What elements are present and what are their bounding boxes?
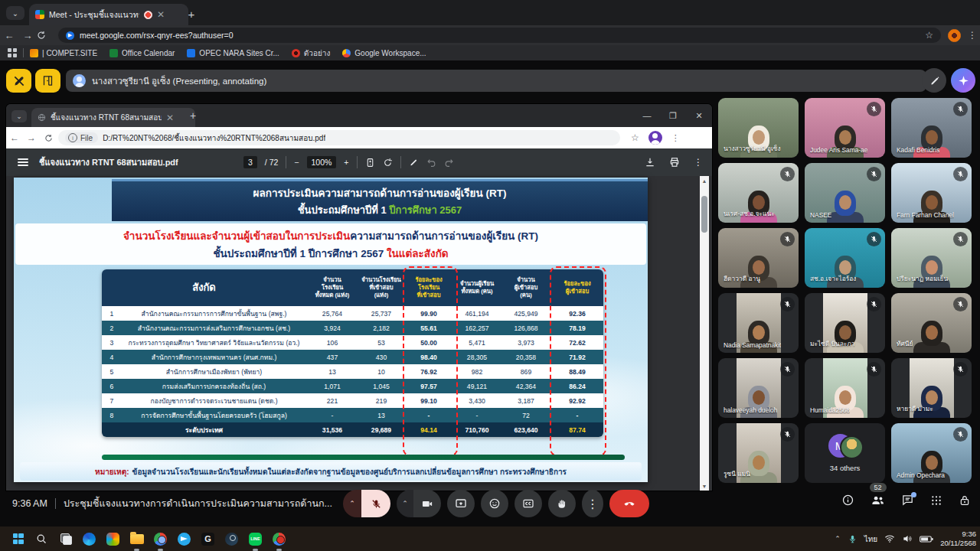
participant-tile[interactable]: NASEE: [805, 163, 885, 223]
extension-icon[interactable]: [948, 29, 961, 42]
rotate-icon[interactable]: [383, 158, 393, 168]
task-view-icon[interactable]: [57, 530, 74, 548]
reactions-button[interactable]: [481, 490, 508, 517]
tab-close-icon[interactable]: ✕: [166, 112, 174, 123]
gemini-button[interactable]: [951, 68, 975, 93]
start-button[interactable]: [9, 530, 27, 548]
zoom-level[interactable]: 100%: [307, 156, 337, 168]
host-controls-button[interactable]: [959, 494, 971, 507]
participant-tile[interactable]: Judee Aris Sama-ae: [805, 98, 885, 158]
forward-icon[interactable]: →: [23, 132, 40, 143]
people-button[interactable]: 52: [871, 493, 885, 507]
participant-tile[interactable]: Kadafi Benidris: [891, 98, 972, 158]
undo-icon[interactable]: [426, 158, 436, 168]
present-button[interactable]: [447, 490, 475, 517]
mic-button[interactable]: ⌃: [343, 490, 390, 517]
raise-hand-button[interactable]: [548, 490, 576, 517]
bookmark-item[interactable]: OPEC NARA Sites Cr...: [187, 49, 279, 57]
participant-tile[interactable]: Nadia Samapatnakit: [718, 293, 799, 353]
participant-tile[interactable]: นางสาวซูรียานี อูเซ็ง: [718, 98, 799, 158]
info-icon[interactable]: i: [68, 133, 77, 142]
hide-annotations-button[interactable]: [6, 69, 31, 93]
steam-icon[interactable]: [223, 530, 240, 548]
others-tile[interactable]: M34 others: [805, 423, 885, 483]
annotate-icon[interactable]: [409, 158, 419, 168]
redo-icon[interactable]: [444, 158, 454, 168]
mic-off-icon[interactable]: [361, 490, 390, 517]
tray-chevron-icon[interactable]: ⌃: [835, 535, 841, 543]
back-icon[interactable]: ←: [6, 132, 23, 143]
page-number-input[interactable]: 3: [243, 156, 257, 168]
telegram-icon[interactable]: [175, 530, 193, 548]
participant-tile[interactable]: Farn Farhan Chanel: [891, 163, 972, 223]
zoom-out-icon[interactable]: −: [294, 158, 299, 167]
participant-tile[interactable]: Admin Opechara: [891, 423, 972, 483]
tray-mic-icon[interactable]: [848, 534, 858, 544]
search-icon[interactable]: [33, 530, 51, 548]
participant-tile[interactable]: Humaida2568: [805, 358, 885, 418]
zoom-in-icon[interactable]: +: [344, 158, 348, 167]
line-icon[interactable]: LINE: [247, 530, 264, 548]
participant-tile[interactable]: นเรศ-สช.อ.จะแนะ: [718, 163, 799, 223]
print-icon[interactable]: [669, 157, 680, 168]
scroll-up-icon[interactable]: ▲: [700, 176, 709, 185]
reload-icon[interactable]: [40, 134, 57, 142]
bookmark-item[interactable]: Office Calendar: [109, 49, 175, 57]
new-tab-button[interactable]: +: [184, 6, 199, 21]
participant-tile[interactable]: รูซนี แมนิ: [718, 423, 799, 483]
copilot-icon[interactable]: [104, 530, 122, 548]
new-tab-button[interactable]: +: [190, 109, 196, 122]
apps-grid-icon[interactable]: [8, 48, 17, 57]
bookmark-item[interactable]: | COMPET.SITE: [30, 49, 97, 57]
file-explorer-icon[interactable]: [128, 530, 145, 548]
participant-tile[interactable]: มะไซดี บินละภา: [805, 293, 885, 353]
activities-button[interactable]: [930, 494, 942, 507]
bookmark-item[interactable]: Google Workspace...: [342, 49, 426, 57]
pdf-menu-icon[interactable]: [18, 158, 28, 166]
participant-tile[interactable]: หายาตี มามะ: [891, 358, 972, 418]
camera-icon[interactable]: [413, 490, 441, 517]
close-icon[interactable]: ✕: [686, 104, 712, 127]
tray-clock[interactable]: 9:36 20/11/2568: [940, 530, 976, 548]
pdf-scrollbar[interactable]: ▲ ▼: [700, 176, 709, 491]
tab-close-icon[interactable]: ✕: [157, 9, 165, 20]
end-call-button[interactable]: [609, 490, 649, 517]
exit-annotation-button[interactable]: [35, 69, 60, 93]
participant-tile[interactable]: halaveeyah dueloh: [718, 358, 799, 418]
captions-button[interactable]: [514, 490, 542, 517]
chrome-icon[interactable]: [152, 530, 169, 548]
edge-icon[interactable]: [80, 530, 98, 548]
battery-icon[interactable]: [920, 534, 933, 544]
browser-menu-icon[interactable]: ⋮: [671, 133, 680, 143]
language-indicator[interactable]: ไทย: [864, 533, 877, 545]
tab-search-button[interactable]: ⌄: [6, 6, 24, 20]
camera-options-chevron[interactable]: ⌃: [397, 490, 413, 517]
participant-tile[interactable]: ปรียะนาฏ หอมเย็น: [891, 228, 972, 288]
meeting-details-button[interactable]: [841, 494, 854, 507]
bookmark-item[interactable]: ตัวอย่าง: [292, 47, 330, 59]
bookmark-star-icon[interactable]: ☆: [925, 30, 933, 41]
chrome-profile2-icon[interactable]: [270, 530, 288, 548]
browser-menu-icon[interactable]: ⋮: [968, 30, 977, 41]
tab-search-button[interactable]: ⌄: [11, 110, 27, 122]
participant-tile[interactable]: ฮีดาวาตี อานู: [718, 228, 799, 288]
inner-address-bar[interactable]: i File D:/RT%20NT%2068/ชี้แจงแนวทาง%20RT…: [58, 130, 620, 145]
fit-page-icon[interactable]: [365, 158, 375, 168]
logitech-g-icon[interactable]: G: [199, 530, 217, 548]
chat-button[interactable]: [901, 494, 914, 507]
camera-button[interactable]: ⌃: [397, 490, 441, 517]
back-icon[interactable]: ←: [0, 30, 18, 41]
annotate-pen-button[interactable]: [922, 68, 946, 93]
participant-tile[interactable]: ทัศนีย์: [891, 293, 972, 353]
participant-tile[interactable]: สช.อ.เจาะไอร้อง: [805, 228, 885, 288]
browser-tab[interactable]: Meet - ประชุมชี้แจงแนวทางการ ✕: [29, 4, 188, 25]
more-options-button[interactable]: ⋮: [582, 490, 603, 517]
volume-icon[interactable]: [902, 533, 913, 544]
reload-icon[interactable]: [37, 31, 55, 40]
address-bar[interactable]: ▶ meet.google.com/rsx-qnyr-ees?authuser=…: [58, 28, 941, 43]
forward-icon[interactable]: →: [18, 30, 37, 41]
profile-avatar[interactable]: [648, 131, 662, 145]
minimize-icon[interactable]: —: [634, 104, 660, 127]
download-icon[interactable]: [645, 157, 655, 168]
bookmark-star-icon[interactable]: ☆: [631, 132, 639, 143]
